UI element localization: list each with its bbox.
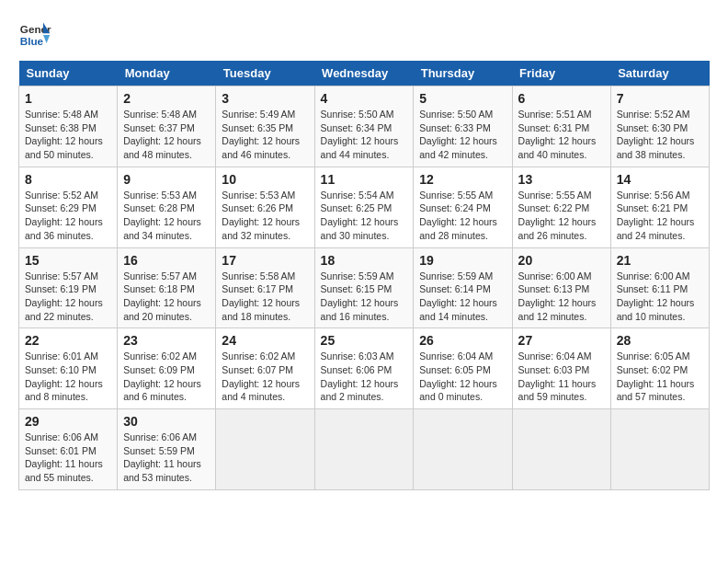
day-detail: Sunrise: 6:04 AMSunset: 6:03 PMDaylight:… bbox=[518, 350, 605, 404]
logo-icon: General Blue bbox=[18, 18, 51, 52]
day-detail: Sunrise: 6:00 AMSunset: 6:11 PMDaylight:… bbox=[617, 270, 703, 324]
day-cell bbox=[512, 409, 610, 490]
day-number: 11 bbox=[321, 172, 408, 187]
day-number: 27 bbox=[518, 333, 605, 348]
day-number: 22 bbox=[25, 333, 111, 348]
day-number: 3 bbox=[222, 91, 308, 106]
day-detail: Sunrise: 6:04 AMSunset: 6:05 PMDaylight:… bbox=[419, 350, 506, 404]
day-cell bbox=[414, 409, 512, 490]
day-detail: Sunrise: 5:51 AMSunset: 6:31 PMDaylight:… bbox=[518, 108, 605, 162]
week-row-2: 8Sunrise: 5:52 AMSunset: 6:29 PMDaylight… bbox=[19, 167, 710, 247]
day-cell: 1Sunrise: 5:48 AMSunset: 6:38 PMDaylight… bbox=[19, 86, 118, 167]
day-cell: 8Sunrise: 5:52 AMSunset: 6:29 PMDaylight… bbox=[19, 167, 118, 247]
day-cell: 18Sunrise: 5:59 AMSunset: 6:15 PMDayligh… bbox=[314, 247, 414, 328]
day-detail: Sunrise: 5:57 AMSunset: 6:19 PMDaylight:… bbox=[25, 270, 111, 324]
day-cell: 26Sunrise: 6:04 AMSunset: 6:05 PMDayligh… bbox=[414, 328, 512, 409]
day-number: 4 bbox=[321, 91, 408, 106]
day-number: 5 bbox=[419, 91, 506, 106]
day-cell: 25Sunrise: 6:03 AMSunset: 6:06 PMDayligh… bbox=[314, 328, 414, 409]
day-cell bbox=[216, 409, 314, 490]
day-cell bbox=[610, 409, 709, 490]
header-friday: Friday bbox=[512, 61, 610, 86]
day-cell: 14Sunrise: 5:56 AMSunset: 6:21 PMDayligh… bbox=[610, 167, 709, 247]
day-detail: Sunrise: 5:48 AMSunset: 6:37 PMDaylight:… bbox=[123, 108, 210, 162]
day-cell: 23Sunrise: 6:02 AMSunset: 6:09 PMDayligh… bbox=[118, 328, 216, 409]
day-number: 30 bbox=[123, 414, 210, 429]
day-cell: 21Sunrise: 6:00 AMSunset: 6:11 PMDayligh… bbox=[610, 247, 709, 328]
day-detail: Sunrise: 5:53 AMSunset: 6:26 PMDaylight:… bbox=[222, 189, 308, 243]
day-number: 14 bbox=[617, 172, 703, 187]
day-detail: Sunrise: 5:50 AMSunset: 6:33 PMDaylight:… bbox=[419, 108, 506, 162]
day-number: 12 bbox=[419, 172, 506, 187]
day-cell: 16Sunrise: 5:57 AMSunset: 6:18 PMDayligh… bbox=[118, 247, 216, 328]
day-detail: Sunrise: 5:55 AMSunset: 6:24 PMDaylight:… bbox=[419, 189, 506, 243]
day-detail: Sunrise: 6:06 AMSunset: 6:01 PMDaylight:… bbox=[25, 431, 111, 485]
day-detail: Sunrise: 5:52 AMSunset: 6:30 PMDaylight:… bbox=[617, 108, 703, 162]
day-number: 9 bbox=[123, 172, 210, 187]
day-detail: Sunrise: 5:49 AMSunset: 6:35 PMDaylight:… bbox=[222, 108, 308, 162]
day-detail: Sunrise: 5:53 AMSunset: 6:28 PMDaylight:… bbox=[123, 189, 210, 243]
day-number: 6 bbox=[518, 91, 605, 106]
page-header: General Blue bbox=[18, 18, 710, 52]
day-number: 28 bbox=[617, 333, 703, 348]
day-detail: Sunrise: 5:59 AMSunset: 6:14 PMDaylight:… bbox=[419, 270, 506, 324]
day-cell: 22Sunrise: 6:01 AMSunset: 6:10 PMDayligh… bbox=[19, 328, 118, 409]
day-detail: Sunrise: 5:59 AMSunset: 6:15 PMDaylight:… bbox=[321, 270, 408, 324]
day-detail: Sunrise: 5:54 AMSunset: 6:25 PMDaylight:… bbox=[321, 189, 408, 243]
day-number: 20 bbox=[518, 253, 605, 268]
day-cell: 15Sunrise: 5:57 AMSunset: 6:19 PMDayligh… bbox=[19, 247, 118, 328]
day-number: 25 bbox=[321, 333, 408, 348]
day-cell bbox=[314, 409, 414, 490]
day-number: 2 bbox=[123, 91, 210, 106]
day-number: 17 bbox=[222, 253, 308, 268]
day-detail: Sunrise: 6:02 AMSunset: 6:07 PMDaylight:… bbox=[222, 350, 308, 404]
calendar-header-row: SundayMondayTuesdayWednesdayThursdayFrid… bbox=[19, 61, 710, 86]
day-number: 26 bbox=[419, 333, 506, 348]
day-detail: Sunrise: 6:00 AMSunset: 6:13 PMDaylight:… bbox=[518, 270, 605, 324]
day-cell: 20Sunrise: 6:00 AMSunset: 6:13 PMDayligh… bbox=[512, 247, 610, 328]
svg-text:Blue: Blue bbox=[20, 35, 44, 47]
day-detail: Sunrise: 6:02 AMSunset: 6:09 PMDaylight:… bbox=[123, 350, 210, 404]
header-sunday: Sunday bbox=[19, 61, 118, 86]
day-detail: Sunrise: 5:56 AMSunset: 6:21 PMDaylight:… bbox=[617, 189, 703, 243]
day-number: 29 bbox=[25, 414, 111, 429]
day-number: 13 bbox=[518, 172, 605, 187]
day-cell: 4Sunrise: 5:50 AMSunset: 6:34 PMDaylight… bbox=[314, 86, 414, 167]
day-number: 21 bbox=[617, 253, 703, 268]
logo: General Blue bbox=[18, 18, 51, 52]
day-number: 24 bbox=[222, 333, 308, 348]
header-wednesday: Wednesday bbox=[314, 61, 414, 86]
header-monday: Monday bbox=[118, 61, 216, 86]
calendar-table: SundayMondayTuesdayWednesdayThursdayFrid… bbox=[18, 61, 710, 490]
day-cell: 10Sunrise: 5:53 AMSunset: 6:26 PMDayligh… bbox=[216, 167, 314, 247]
week-row-4: 22Sunrise: 6:01 AMSunset: 6:10 PMDayligh… bbox=[19, 328, 710, 409]
day-detail: Sunrise: 5:48 AMSunset: 6:38 PMDaylight:… bbox=[25, 108, 111, 162]
svg-marker-3 bbox=[43, 35, 50, 43]
day-cell: 13Sunrise: 5:55 AMSunset: 6:22 PMDayligh… bbox=[512, 167, 610, 247]
header-saturday: Saturday bbox=[610, 61, 709, 86]
day-number: 1 bbox=[25, 91, 111, 106]
day-cell: 28Sunrise: 6:05 AMSunset: 6:02 PMDayligh… bbox=[610, 328, 709, 409]
day-cell: 27Sunrise: 6:04 AMSunset: 6:03 PMDayligh… bbox=[512, 328, 610, 409]
header-thursday: Thursday bbox=[414, 61, 512, 86]
day-cell: 5Sunrise: 5:50 AMSunset: 6:33 PMDaylight… bbox=[414, 86, 512, 167]
day-cell: 2Sunrise: 5:48 AMSunset: 6:37 PMDaylight… bbox=[118, 86, 216, 167]
day-cell: 6Sunrise: 5:51 AMSunset: 6:31 PMDaylight… bbox=[512, 86, 610, 167]
day-detail: Sunrise: 6:01 AMSunset: 6:10 PMDaylight:… bbox=[25, 350, 111, 404]
day-cell: 19Sunrise: 5:59 AMSunset: 6:14 PMDayligh… bbox=[414, 247, 512, 328]
day-number: 23 bbox=[123, 333, 210, 348]
day-detail: Sunrise: 5:52 AMSunset: 6:29 PMDaylight:… bbox=[25, 189, 111, 243]
day-cell: 30Sunrise: 6:06 AMSunset: 5:59 PMDayligh… bbox=[118, 409, 216, 490]
day-cell: 11Sunrise: 5:54 AMSunset: 6:25 PMDayligh… bbox=[314, 167, 414, 247]
day-cell: 24Sunrise: 6:02 AMSunset: 6:07 PMDayligh… bbox=[216, 328, 314, 409]
day-number: 16 bbox=[123, 253, 210, 268]
day-cell: 12Sunrise: 5:55 AMSunset: 6:24 PMDayligh… bbox=[414, 167, 512, 247]
day-number: 19 bbox=[419, 253, 506, 268]
day-detail: Sunrise: 5:57 AMSunset: 6:18 PMDaylight:… bbox=[123, 270, 210, 324]
day-number: 10 bbox=[222, 172, 308, 187]
day-number: 7 bbox=[617, 91, 703, 106]
day-cell: 29Sunrise: 6:06 AMSunset: 6:01 PMDayligh… bbox=[19, 409, 118, 490]
day-cell: 17Sunrise: 5:58 AMSunset: 6:17 PMDayligh… bbox=[216, 247, 314, 328]
header-tuesday: Tuesday bbox=[216, 61, 314, 86]
day-cell: 9Sunrise: 5:53 AMSunset: 6:28 PMDaylight… bbox=[118, 167, 216, 247]
